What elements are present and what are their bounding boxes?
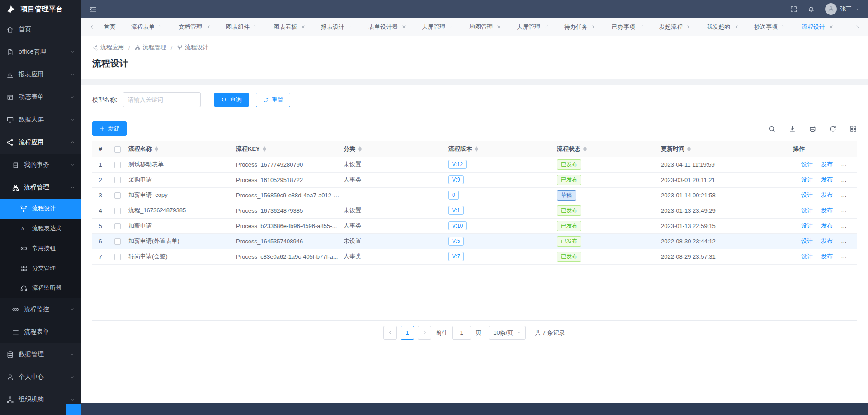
design-link[interactable]: 设计 — [801, 191, 813, 199]
new-button[interactable]: 新建 — [92, 121, 127, 136]
download-icon[interactable] — [788, 125, 796, 133]
notification-bell-icon[interactable] — [807, 5, 815, 13]
row-checkbox[interactable] — [114, 238, 121, 245]
tab[interactable]: 图表组件 — [221, 18, 264, 36]
tabs-scroll-right[interactable] — [851, 18, 864, 36]
tab[interactable]: 流程表单 — [126, 18, 169, 36]
tabs-scroll-left[interactable] — [85, 18, 99, 36]
sort-up-icon[interactable] — [263, 146, 266, 149]
sidebar-item-workflow-manage[interactable]: 流程管理 — [0, 176, 81, 199]
tab[interactable]: 我发起的 — [701, 18, 744, 36]
design-link[interactable]: 设计 — [801, 206, 813, 214]
sort-down-icon[interactable] — [583, 149, 587, 152]
tab[interactable]: 表单设计器 — [363, 18, 412, 36]
tab-close-icon[interactable] — [449, 24, 454, 29]
tab-close-icon[interactable] — [158, 24, 163, 29]
sidebar-item-common-buttons[interactable]: 常用按钮 — [0, 238, 81, 258]
row-checkbox[interactable] — [114, 223, 121, 229]
sidebar-item-workflow-app[interactable]: 流程应用 — [0, 131, 81, 154]
sort-up-icon[interactable] — [358, 146, 362, 149]
tab-active[interactable]: 流程设计 — [796, 18, 839, 36]
tab[interactable]: 已办事项 — [606, 18, 649, 36]
publish-link[interactable]: 发布 — [821, 160, 833, 168]
tab-close-icon[interactable] — [781, 24, 786, 29]
breadcrumb-item[interactable]: 流程管理 — [135, 43, 166, 51]
tab-close-icon[interactable] — [829, 24, 834, 29]
sidebar-item-process-expression[interactable]: 流程表达式 — [0, 219, 81, 238]
refresh-icon[interactable] — [829, 125, 837, 133]
table-row[interactable]: 6 加薪申请(外置表单) Process_1645357408946 未设置 V… — [92, 233, 857, 249]
sidebar-item-process-listener[interactable]: 流程监听器 — [0, 278, 81, 298]
search-button[interactable]: 查询 — [214, 93, 249, 107]
tab-close-icon[interactable] — [686, 24, 691, 29]
sort-down-icon[interactable] — [155, 149, 158, 152]
sidebar-item-process-monitor[interactable]: 流程监控 — [0, 298, 81, 321]
tab-close-icon[interactable] — [639, 24, 644, 29]
table-row[interactable]: 1 测试移动表单 Process_1677749280790 未设置 V:12 … — [92, 157, 857, 172]
sidebar-item-process-design[interactable]: 流程设计 — [0, 199, 81, 219]
row-checkbox[interactable] — [114, 192, 121, 199]
sort-down-icon[interactable] — [687, 149, 691, 152]
tab-close-icon[interactable] — [496, 24, 501, 29]
design-link[interactable]: 设计 — [801, 252, 813, 261]
sort-up-icon[interactable] — [687, 146, 691, 149]
tab-close-icon[interactable] — [734, 24, 739, 29]
tab[interactable]: 地图管理 — [464, 18, 507, 36]
row-checkbox[interactable] — [114, 162, 121, 168]
design-link[interactable]: 设计 — [801, 176, 813, 184]
breadcrumb-item[interactable]: 流程应用 — [92, 43, 124, 51]
tab-home[interactable]: 首页 — [99, 18, 121, 36]
reset-button[interactable]: 重置 — [256, 93, 290, 107]
sidebar-item-dynamic-form[interactable]: 动态表单 — [0, 86, 81, 108]
sidebar-item-personal-center[interactable]: 个人中心 — [0, 366, 81, 388]
sidebar-item-process-form[interactable]: 流程表单 — [0, 321, 81, 343]
sort-up-icon[interactable] — [475, 146, 478, 149]
sort-up-icon[interactable] — [583, 146, 587, 149]
publish-link[interactable]: 发布 — [821, 252, 833, 261]
fullscreen-icon[interactable] — [790, 5, 797, 13]
sort-up-icon[interactable] — [155, 146, 158, 149]
design-link[interactable]: 设计 — [801, 237, 813, 245]
row-checkbox[interactable] — [114, 208, 121, 214]
tab-close-icon[interactable] — [591, 24, 596, 29]
design-link[interactable]: 设计 — [801, 160, 813, 168]
column-setting-icon[interactable] — [849, 125, 857, 133]
tab[interactable]: 大屏管理 — [511, 18, 554, 36]
publish-link[interactable]: 发布 — [821, 191, 833, 199]
sidebar-fold-icon[interactable] — [89, 5, 97, 14]
sidebar-item-office[interactable]: office管理 — [0, 41, 81, 63]
select-all-checkbox[interactable] — [114, 146, 121, 153]
tab[interactable]: 大屏管理 — [416, 18, 459, 36]
sidebar-item-home[interactable]: 首页 — [0, 18, 81, 41]
table-row[interactable]: 7 转岗申请(会签) Process_c83e0a62-1a9c-405f-b7… — [92, 249, 857, 264]
tab-close-icon[interactable] — [206, 24, 211, 29]
publish-link[interactable]: 发布 — [821, 237, 833, 245]
page-size-select[interactable]: 10条/页 — [489, 326, 526, 340]
tab-close-icon[interactable] — [544, 24, 549, 29]
tab[interactable]: 文档管理 — [173, 18, 216, 36]
tab-close-icon[interactable] — [253, 24, 258, 29]
sort-down-icon[interactable] — [263, 149, 266, 152]
tab-close-icon[interactable] — [401, 24, 406, 29]
tab[interactable]: 抄送事项 — [749, 18, 792, 36]
pagination-page-button[interactable]: 1 — [401, 326, 414, 340]
pagination-next-button[interactable] — [418, 326, 431, 340]
sidebar-item-category-manage[interactable]: 分类管理 — [0, 258, 81, 278]
pagination-goto-input[interactable] — [452, 326, 471, 340]
publish-link[interactable]: 发布 — [821, 176, 833, 184]
user-menu[interactable]: 张三 — [825, 3, 860, 15]
sort-down-icon[interactable] — [475, 149, 478, 152]
row-checkbox[interactable] — [114, 177, 121, 183]
sidebar-item-report[interactable]: 报表应用 — [0, 63, 81, 86]
sidebar-scrollbar-thumb[interactable] — [66, 404, 81, 415]
sidebar-item-data-screen[interactable]: 数据大屏 — [0, 108, 81, 131]
table-row[interactable]: 3 加薪申请_copy Process_156859c9-e88d-4ea7-a… — [92, 187, 857, 203]
table-row[interactable]: 2 采购申请 Process_1610529518722 人事类 V:9 已发布… — [92, 172, 857, 187]
publish-link[interactable]: 发布 — [821, 222, 833, 230]
pagination-prev-button[interactable] — [383, 326, 397, 340]
sort-down-icon[interactable] — [358, 149, 362, 152]
tab[interactable]: 报表设计 — [316, 18, 359, 36]
publish-link[interactable]: 发布 — [821, 206, 833, 214]
sidebar-item-my-tasks[interactable]: 我的事务 — [0, 154, 81, 176]
breadcrumb-item[interactable]: 流程设计 — [177, 43, 208, 51]
